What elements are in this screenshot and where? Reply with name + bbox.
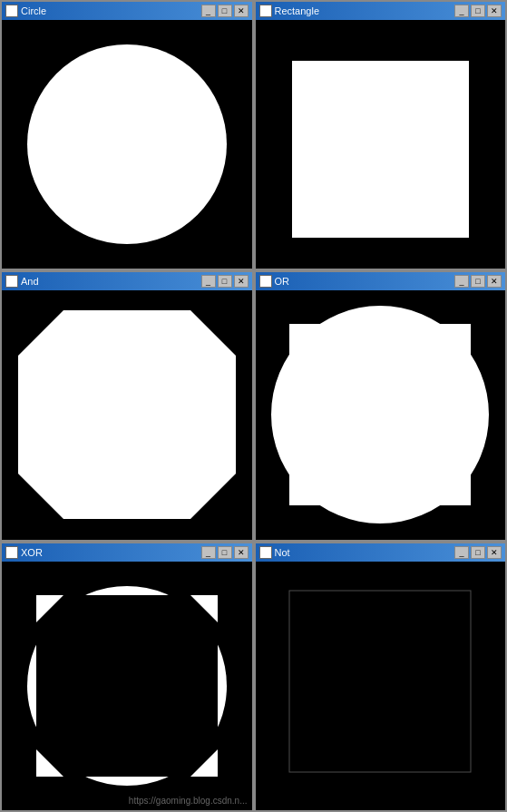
rectangle-title-buttons[interactable]: _ □ ✕ [454, 5, 502, 17]
xor-shape-container: https://gaoming.blog.csdn.n... [2, 562, 252, 810]
xor-titlebar[interactable]: XOR _ □ ✕ [2, 543, 252, 562]
rectangle-shape-container [256, 20, 506, 269]
and-canvas [2, 290, 252, 539]
rectangle-maximize-button[interactable]: □ [471, 5, 485, 17]
circle-window: Circle _ □ ✕ [0, 0, 254, 270]
xor-window: XOR _ □ ✕ [0, 542, 254, 812]
and-title-text: And [21, 276, 199, 287]
rectangle-minimize-button[interactable]: _ [454, 5, 469, 17]
rectangle-close-button[interactable]: ✕ [487, 5, 502, 17]
not-window: Not _ □ ✕ [254, 542, 508, 812]
circle-titlebar[interactable]: Circle _ □ ✕ [2, 2, 252, 20]
xor-minimize-button[interactable]: _ [201, 546, 216, 559]
watermark-text: https://gaoming.blog.csdn.n... [129, 796, 248, 806]
svg-rect-10 [36, 595, 218, 777]
svg-rect-11 [271, 582, 489, 790]
and-window-icon [5, 275, 18, 288]
or-window-icon [259, 275, 272, 288]
xor-shape-svg [18, 577, 236, 795]
and-window: And _ □ ✕ [0, 270, 254, 541]
or-canvas [256, 290, 506, 539]
or-shape-svg [271, 306, 489, 523]
rectangle-window: Rectangle _ □ ✕ [254, 0, 508, 270]
and-shape-container [2, 290, 252, 539]
xor-close-button[interactable]: ✕ [234, 546, 249, 559]
circle-shape [27, 44, 227, 244]
circle-shape-container [2, 20, 252, 269]
not-close-button[interactable]: ✕ [487, 546, 502, 559]
circle-close-button[interactable]: ✕ [234, 5, 249, 17]
xor-title-text: XOR [21, 547, 199, 558]
or-titlebar[interactable]: OR _ □ ✕ [256, 272, 506, 290]
and-close-button[interactable]: ✕ [234, 275, 249, 288]
circle-title-buttons[interactable]: _ □ ✕ [201, 5, 249, 17]
or-maximize-button[interactable]: □ [471, 275, 485, 288]
or-minimize-button[interactable]: _ [454, 275, 469, 288]
circle-minimize-button[interactable]: _ [201, 5, 216, 17]
circle-title-text: Circle [21, 5, 199, 16]
or-title-text: OR [275, 276, 453, 287]
not-title-buttons[interactable]: _ □ ✕ [454, 546, 502, 559]
svg-marker-0 [18, 310, 236, 519]
not-window-icon [259, 546, 272, 559]
rectangle-shape [292, 61, 469, 238]
and-shape-svg [18, 310, 236, 519]
and-title-buttons[interactable]: _ □ ✕ [201, 275, 249, 288]
or-title-buttons[interactable]: _ □ ✕ [454, 275, 502, 288]
or-shape-container [256, 290, 506, 539]
or-close-button[interactable]: ✕ [487, 275, 502, 288]
circle-canvas [2, 20, 252, 269]
not-maximize-button[interactable]: □ [471, 546, 485, 559]
rectangle-titlebar[interactable]: Rectangle _ □ ✕ [256, 2, 506, 20]
main-grid: Circle _ □ ✕ Rectangle _ □ ✕ [0, 0, 507, 812]
rectangle-window-icon [259, 5, 272, 17]
svg-point-3 [280, 315, 480, 514]
and-titlebar[interactable]: And _ □ ✕ [2, 272, 252, 290]
circle-window-icon [5, 5, 18, 17]
not-minimize-button[interactable]: _ [454, 546, 469, 559]
and-minimize-button[interactable]: _ [201, 275, 216, 288]
xor-canvas: https://gaoming.blog.csdn.n... [2, 562, 252, 810]
not-title-text: Not [275, 547, 453, 558]
not-shape-svg [271, 582, 489, 790]
xor-window-icon [5, 546, 18, 559]
or-window: OR _ □ ✕ [254, 270, 508, 541]
rectangle-title-text: Rectangle [275, 5, 453, 16]
not-titlebar[interactable]: Not _ □ ✕ [256, 543, 506, 562]
and-maximize-button[interactable]: □ [218, 275, 232, 288]
not-canvas [256, 562, 506, 810]
not-shape-container [256, 562, 506, 810]
xor-title-buttons[interactable]: _ □ ✕ [201, 546, 249, 559]
circle-maximize-button[interactable]: □ [218, 5, 232, 17]
rectangle-canvas [256, 20, 506, 269]
xor-maximize-button[interactable]: □ [218, 546, 232, 559]
